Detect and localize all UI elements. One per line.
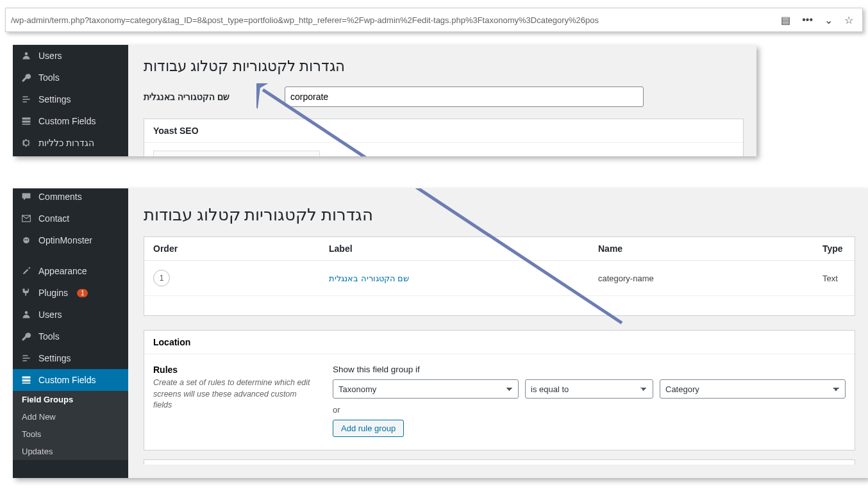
sidebar-item-general-settings[interactable]: הגדרות כלליות: [13, 132, 128, 154]
wrench-icon: [21, 72, 32, 83]
sidebar-item-plugins[interactable]: Plugins 1: [13, 282, 128, 304]
pocket-icon[interactable]: ⌄: [824, 14, 833, 26]
category-english-field-row: שם הקטגוריה באנגלית: [144, 87, 744, 107]
sidebar-label: Custom Fields: [38, 116, 96, 126]
svg-rect-2: [22, 124, 31, 125]
sidebar-label: Tools: [38, 331, 60, 342]
sidebar-subitem-updates[interactable]: Updates: [13, 443, 128, 460]
sidebar-subitem-add-new[interactable]: Add New: [13, 408, 128, 425]
svg-rect-0: [22, 117, 31, 119]
sidebar-label: Settings: [38, 353, 71, 363]
sidebar-item-tools[interactable]: Tools: [13, 326, 128, 347]
page-title: הגדרות לקטגוריות קטלוג עבודות: [144, 58, 744, 75]
fields-table: Order Label Name Type 1 שם הקטגוריה באנג…: [144, 237, 855, 296]
bottom-panel: Comments Contact OptinMonster Appearance: [13, 188, 868, 478]
sidebar-item-optinmonster[interactable]: OptinMonster: [13, 229, 128, 251]
order-handle[interactable]: 1: [153, 270, 170, 286]
field-type-cell: Text: [817, 261, 855, 296]
reader-icon[interactable]: ▤: [781, 14, 790, 26]
envelope-icon: [21, 213, 32, 224]
brush-icon: [21, 265, 32, 277]
admin-sidebar-bottom: Comments Contact OptinMonster Appearance: [13, 188, 128, 478]
field-label: שם הקטגוריה באנגלית: [144, 92, 265, 102]
sidebar-item-settings[interactable]: Settings: [13, 88, 128, 110]
sidebar-label: Users: [38, 309, 62, 320]
svg-point-4: [23, 237, 29, 243]
sidebar-label: Plugins: [38, 288, 68, 298]
next-box-stub: [144, 459, 855, 465]
svg-point-6: [27, 239, 28, 240]
grid-icon: [21, 115, 32, 127]
fields-list-box: Order Label Name Type 1 שם הקטגוריה באנג…: [144, 236, 855, 316]
browser-url-icons: ▤ ••• ⌄ ☆: [777, 14, 857, 26]
show-if-label: Show this field group if: [333, 365, 846, 374]
sidebar-item-comments[interactable]: Comments: [13, 188, 128, 208]
grid-icon: [21, 374, 32, 386]
sidebar-label: Custom Fields: [38, 375, 96, 385]
plug-icon: [21, 287, 32, 299]
browser-url-bar[interactable]: /wp-admin/term.php?taxonomy=category&tag…: [5, 8, 863, 32]
add-rule-group-button[interactable]: Add rule group: [333, 420, 404, 437]
svg-rect-1: [22, 120, 31, 122]
rules-description: Create a set of rules to determine which…: [153, 377, 317, 411]
location-box: Location Rules Create a set of rules to …: [144, 330, 855, 450]
th-name: Name: [593, 237, 817, 261]
yoast-seo-box: Yoast SEO: [144, 119, 744, 156]
sliders-icon: [21, 352, 32, 364]
sidebar-subitem-field-groups[interactable]: Field Groups: [13, 391, 128, 408]
svg-rect-7: [22, 376, 31, 378]
gear-icon: [21, 137, 32, 149]
svg-rect-8: [22, 379, 31, 381]
sliders-icon: [21, 94, 32, 105]
wrench-icon: [21, 331, 32, 342]
yoast-heading: Yoast SEO: [144, 119, 743, 143]
field-group-title[interactable]: הגדרות לקטגוריות קטלוג עבודות: [144, 201, 855, 225]
top-panel: Users Tools Settings Custom Fields: [13, 45, 756, 156]
table-row[interactable]: 1 שם הקטגוריה באנגלית category-name Text: [144, 261, 855, 296]
field-label-link[interactable]: שם הקטגוריה באנגלית: [329, 274, 409, 283]
category-english-input[interactable]: [285, 87, 644, 107]
th-label: Label: [324, 237, 593, 261]
sidebar-label: OptinMonster: [38, 235, 92, 245]
location-heading: Location: [144, 331, 855, 354]
optinmonster-icon: [21, 235, 32, 246]
sidebar-label: Contact: [38, 213, 69, 224]
users-icon: [21, 50, 32, 62]
svg-point-5: [24, 239, 26, 240]
admin-sidebar-top: Users Tools Settings Custom Fields: [13, 45, 128, 156]
content-bottom: הגדרות לקטגוריות קטלוג עבודות Order Labe…: [128, 188, 868, 478]
more-icon[interactable]: •••: [802, 14, 813, 26]
yoast-tabs-stub: [153, 151, 320, 156]
sidebar-label: Appearance: [38, 266, 87, 276]
rule-value-select[interactable]: Category: [660, 379, 846, 399]
sidebar-label: Users: [38, 51, 62, 61]
location-rules-desc: Rules Create a set of rules to determine…: [153, 365, 317, 437]
sidebar-item-custom-fields[interactable]: Custom Fields: [13, 110, 128, 132]
rule-param-select[interactable]: Taxonomy: [333, 379, 519, 399]
sidebar-subitem-tools[interactable]: Tools: [13, 425, 128, 443]
or-label: or: [333, 405, 846, 415]
users-icon: [21, 309, 32, 320]
field-name-cell: category-name: [593, 261, 817, 296]
rule-operator-select[interactable]: is equal to: [525, 379, 653, 399]
sidebar-item-custom-fields[interactable]: Custom Fields: [13, 369, 128, 391]
th-type: Type: [817, 237, 855, 261]
sidebar-label: הגדרות כלליות: [38, 138, 94, 148]
sidebar-item-tools[interactable]: Tools: [13, 67, 128, 88]
rule-row: Taxonomy is equal to Category: [333, 379, 846, 399]
sidebar-item-users[interactable]: Users: [13, 304, 128, 326]
plugins-update-badge: 1: [77, 289, 88, 297]
url-text: /wp-admin/term.php?taxonomy=category&tag…: [11, 15, 777, 25]
svg-rect-9: [22, 383, 31, 384]
sidebar-item-settings[interactable]: Settings: [13, 347, 128, 369]
star-icon[interactable]: ☆: [844, 14, 853, 26]
sidebar-label: Tools: [38, 72, 60, 83]
sidebar-label: Settings: [38, 94, 71, 104]
rules-title: Rules: [153, 365, 317, 375]
th-order: Order: [144, 237, 324, 261]
sidebar-label: Comments: [38, 192, 82, 202]
sidebar-item-appearance[interactable]: Appearance: [13, 260, 128, 282]
sidebar-item-users[interactable]: Users: [13, 45, 128, 67]
content-top: הגדרות לקטגוריות קטלוג עבודות שם הקטגורי…: [128, 45, 756, 156]
sidebar-item-contact[interactable]: Contact: [13, 208, 128, 229]
